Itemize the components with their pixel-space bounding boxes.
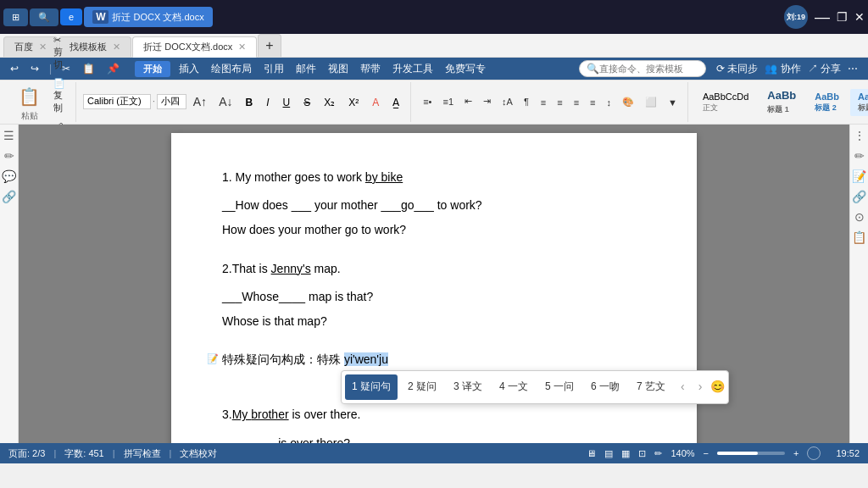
align-left-btn[interactable]: ≡ [536, 95, 551, 110]
word-app[interactable]: W 折迁 DOCX 文档.docx [84, 7, 213, 27]
document[interactable]: 1. My mother goes to work by bike __How … [171, 133, 697, 443]
indent-increase-btn[interactable]: ⇥ [478, 93, 496, 109]
share-btn[interactable]: ↗ 分享 [804, 60, 844, 78]
bullet-list-btn[interactable]: ≡• [418, 94, 437, 109]
style-normal[interactable]: AaBbCcDd正文 [695, 89, 756, 116]
sort-btn[interactable]: ↕A [497, 94, 518, 109]
spell-check[interactable]: 拼写检查 [124, 447, 161, 460]
maximize-btn[interactable]: ❐ [837, 10, 848, 24]
rp-icon-3[interactable]: 📝 [852, 169, 867, 184]
rp-icon-2[interactable]: ✏ [852, 148, 867, 164]
italic-btn[interactable]: I [260, 94, 275, 111]
rp-icon-6[interactable]: 📋 [852, 230, 867, 245]
more-btn[interactable]: ⋯ [844, 61, 861, 76]
font-name-input[interactable] [83, 94, 151, 109]
reference-menu[interactable]: 引用 [260, 60, 287, 78]
band-menu[interactable]: 帮带 [357, 60, 384, 78]
tab-docx[interactable]: 折迁 DOCX文档.docx ✕ [132, 36, 257, 58]
tooltip-item-3[interactable]: 3 译文 [447, 374, 489, 400]
zoom-slider[interactable] [717, 452, 785, 455]
redo-btn[interactable]: ↪ [27, 61, 42, 76]
more-btn[interactable]: ▼ [663, 95, 682, 110]
tooltip-item-2[interactable]: 2 疑问 [401, 374, 443, 400]
superscript-btn[interactable]: X² [342, 94, 364, 111]
view-icon-4[interactable]: ⊡ [638, 448, 646, 459]
insert-menu[interactable]: 插入 [175, 60, 203, 78]
subscript-btn[interactable]: X₂ [318, 94, 341, 111]
shading-btn[interactable]: 🎨 [617, 94, 639, 110]
tooltip-next[interactable]: › [693, 374, 708, 399]
draw-menu[interactable]: 绘图布局 [208, 60, 255, 78]
view-icon-1[interactable]: 🖥 [587, 448, 596, 458]
close-btn[interactable]: ✕ [854, 10, 865, 24]
view-menu[interactable]: 视图 [325, 60, 352, 78]
rp-icon-1[interactable]: ⋮ [852, 128, 867, 143]
item-2-q: ___Whose____ map is that? [222, 290, 373, 303]
language[interactable]: 文档校对 [180, 447, 217, 460]
zoom-minus[interactable]: − [704, 448, 709, 458]
mail-menu[interactable]: 邮件 [292, 60, 320, 78]
clock: 19:52 [836, 448, 860, 458]
view-icon-3[interactable]: ▦ [621, 448, 630, 459]
tooltip-item-1[interactable]: 1 疑问句 [345, 374, 398, 400]
numbered-list-btn[interactable]: ≡1 [437, 94, 459, 109]
underline-btn[interactable]: U [276, 94, 296, 111]
nav-icon[interactable]: ☰ [2, 128, 17, 143]
collab-btn[interactable]: 👥 协作 [761, 60, 804, 78]
status-right: 🖥 ▤ ▦ ⊡ ✏ 140% − + 19:52 [587, 446, 860, 460]
borders-btn[interactable]: ⬜ [640, 94, 662, 110]
zoom-plus[interactable]: + [793, 448, 798, 458]
zoom-circle[interactable] [807, 446, 821, 460]
undo-btn[interactable]: ↩ [7, 61, 22, 76]
cut-ribbon-btn[interactable]: ✂ 剪切 [48, 32, 70, 74]
style-h2[interactable]: AaBb标题 2 [807, 89, 847, 116]
rp-icon-5[interactable]: ⊙ [852, 209, 867, 225]
tooltip-item-5[interactable]: 5 一问 [538, 374, 581, 400]
tooltip-item-6[interactable]: 6 一吻 [584, 374, 626, 400]
minimize-btn[interactable]: — [815, 8, 830, 26]
search-input[interactable] [599, 64, 701, 74]
tab-close-docx[interactable]: ✕ [238, 42, 246, 52]
tooltip-prev[interactable]: ‹ [676, 374, 690, 399]
font-color-btn[interactable]: A [366, 94, 385, 111]
justify-btn[interactable]: ≡ [585, 95, 600, 110]
rp-icon-4[interactable]: 🔗 [852, 189, 867, 204]
tooltip-emoji[interactable]: 😊 [710, 376, 725, 397]
tooltip-item-7[interactable]: 7 艺文 [630, 374, 672, 400]
grow-font-btn[interactable]: A↑ [188, 92, 212, 111]
tab-close-template[interactable]: ✕ [113, 42, 120, 52]
align-center-btn[interactable]: ≡ [552, 95, 567, 110]
tooltip-item-4[interactable]: 4 一文 [492, 374, 535, 400]
paste-btn[interactable]: 📌 [103, 61, 123, 76]
view-icon-2[interactable]: ▤ [604, 448, 613, 459]
home-menu-btn[interactable]: 开始 [135, 61, 170, 77]
start-button[interactable]: ⊞ [3, 8, 28, 26]
link-icon[interactable]: 🔗 [2, 189, 17, 204]
indent-decrease-btn[interactable]: ⇤ [459, 93, 477, 109]
style-h1[interactable]: AaBb标题 1 [760, 86, 804, 118]
dev-menu[interactable]: 升发工具 [389, 60, 437, 78]
new-tab-button[interactable]: + [258, 34, 281, 57]
paste-big-btn[interactable]: 📋 [12, 83, 47, 110]
free-write-menu[interactable]: 免费写专 [442, 60, 489, 78]
align-right-btn[interactable]: ≡ [569, 95, 584, 110]
copy-ribbon-btn[interactable]: 📄 复制 [48, 75, 70, 117]
comment-icon[interactable]: 💬 [2, 169, 17, 184]
copy-btn[interactable]: 📋 [79, 61, 98, 76]
search-button[interactable]: 🔍 [30, 8, 58, 26]
font-size-input[interactable] [157, 94, 186, 109]
highlight-btn[interactable]: A̲ [387, 94, 405, 111]
show-marks-btn[interactable]: ¶ [519, 94, 534, 109]
user-avatar[interactable]: 刘:19 [784, 5, 808, 29]
item-3-prefix: My brother [232, 408, 289, 421]
edit-icon[interactable]: ✏ [2, 148, 17, 164]
style-h3[interactable]: AaBbCc标题 3 [850, 89, 868, 116]
sync-btn[interactable]: ⟳ 未同步 [713, 60, 761, 78]
edge-browser[interactable]: e [60, 8, 82, 25]
bold-btn[interactable]: B [239, 94, 259, 111]
view-icon-5[interactable]: ✏ [654, 448, 662, 459]
shrink-font-btn[interactable]: A↓ [214, 92, 237, 111]
tab-close-baidu[interactable]: ✕ [39, 42, 47, 52]
line-spacing-btn[interactable]: ↕ [601, 95, 616, 110]
strikethrough-btn[interactable]: S [298, 94, 316, 111]
